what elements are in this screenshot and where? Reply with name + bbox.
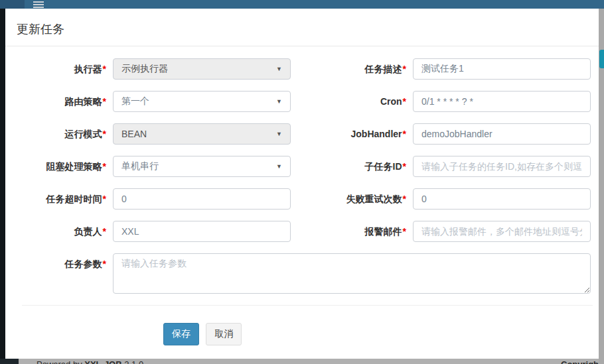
run-mode-label: 运行模式*	[17, 123, 106, 145]
block-strategy-label: 阻塞处理策略*	[17, 156, 106, 177]
fail-retry-label: 失败重试次数*	[297, 188, 406, 210]
top-navbar	[0, 0, 604, 9]
update-task-form: 执行器* 示例执行器 ▼ 任务描述* 路由策略* 第一个 ▼ Cron* 运行模…	[5, 46, 599, 345]
job-desc-input[interactable]	[413, 58, 591, 80]
required-marker: *	[403, 226, 406, 237]
job-handler-input[interactable]	[413, 123, 591, 145]
job-param-textarea[interactable]	[113, 253, 591, 294]
timeout-input[interactable]	[113, 188, 291, 210]
required-marker: *	[103, 194, 106, 204]
required-marker: *	[103, 259, 106, 269]
owner-input[interactable]	[113, 221, 291, 242]
required-marker: *	[403, 194, 406, 204]
form-row: 路由策略* 第一个 ▼ Cron*	[17, 91, 599, 112]
required-marker: *	[103, 161, 106, 172]
form-divider	[22, 305, 593, 306]
owner-label: 负责人*	[17, 221, 106, 242]
chevron-down-icon: ▼	[276, 98, 282, 105]
alarm-email-label: 报警邮件*	[297, 221, 406, 242]
page-footer: Powered by XXL-JOB 2.1.0 Copyright © 2	[19, 359, 604, 364]
run-mode-select: BEAN ▼	[113, 123, 291, 145]
required-marker: *	[103, 64, 106, 74]
chevron-down-icon: ▼	[276, 66, 282, 72]
job-handler-label: JobHandler*	[297, 123, 406, 145]
scrollbar-track[interactable]	[599, 9, 604, 364]
chevron-down-icon: ▼	[276, 163, 282, 170]
form-row: 任务超时时间* 失败重试次数*	[17, 188, 599, 210]
form-row: 运行模式* BEAN ▼ JobHandler*	[17, 123, 599, 145]
required-marker: *	[103, 96, 106, 107]
form-actions: 保存 取消	[163, 323, 599, 345]
sidebar-corner	[0, 359, 19, 364]
cancel-button[interactable]: 取消	[206, 323, 242, 345]
modal-header: 更新任务	[5, 9, 599, 46]
form-row: 任务参数*	[17, 253, 599, 294]
scrollbar-thumb[interactable]	[599, 50, 604, 68]
form-row: 负责人* 报警邮件*	[17, 221, 599, 242]
cron-label: Cron*	[297, 91, 406, 112]
chevron-down-icon: ▼	[276, 131, 282, 137]
modal-backdrop-left	[0, 9, 5, 364]
child-job-id-label: 子任务ID*	[297, 156, 406, 177]
form-row: 执行器* 示例执行器 ▼ 任务描述*	[17, 58, 599, 80]
required-marker: *	[103, 226, 106, 237]
powered-by-text: Powered by XXL-JOB 2.1.0	[37, 359, 143, 364]
required-marker: *	[103, 129, 106, 139]
required-marker: *	[403, 64, 406, 74]
required-marker: *	[403, 129, 406, 139]
brand-name: XXL-JOB	[84, 359, 121, 364]
job-param-label: 任务参数*	[17, 253, 106, 294]
save-button[interactable]: 保存	[163, 323, 199, 345]
block-strategy-select[interactable]: 单机串行 ▼	[113, 156, 291, 177]
modal-title: 更新任务	[17, 21, 587, 37]
executor-select: 示例执行器 ▼	[113, 58, 291, 80]
hamburger-icon[interactable]	[33, 1, 44, 9]
update-task-modal: 更新任务 执行器* 示例执行器 ▼ 任务描述* 路由策略* 第一个 ▼ Cron…	[5, 9, 599, 359]
child-job-id-input[interactable]	[413, 156, 591, 177]
required-marker: *	[403, 161, 406, 172]
executor-label: 执行器*	[17, 58, 106, 80]
job-desc-label: 任务描述*	[297, 58, 406, 80]
form-row: 阻塞处理策略* 单机串行 ▼ 子任务ID*	[17, 156, 599, 177]
required-marker: *	[403, 96, 406, 107]
route-strategy-label: 路由策略*	[17, 91, 106, 112]
app-logo	[0, 0, 25, 9]
alarm-email-input[interactable]	[413, 221, 591, 242]
route-strategy-select[interactable]: 第一个 ▼	[113, 91, 291, 112]
cron-input[interactable]	[413, 91, 591, 112]
fail-retry-input[interactable]	[413, 188, 591, 210]
copyright-text: Copyright © 2	[561, 359, 604, 364]
timeout-label: 任务超时时间*	[17, 188, 106, 210]
